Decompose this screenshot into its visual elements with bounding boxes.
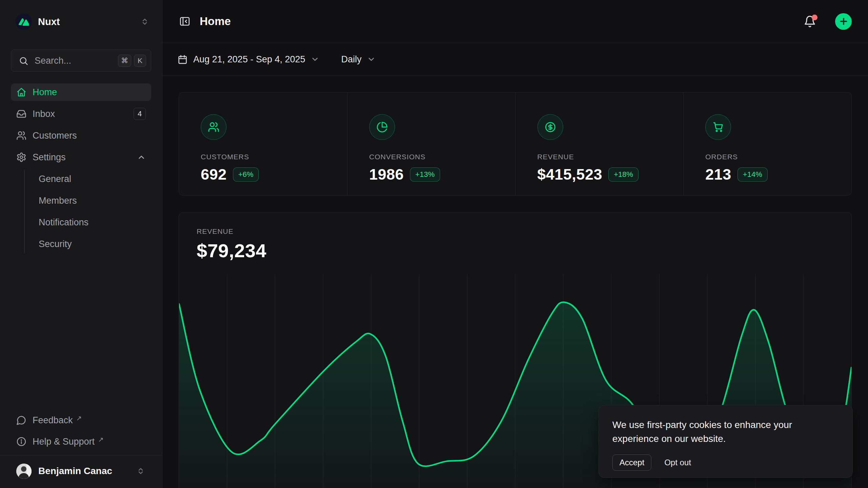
date-range-picker[interactable]: Aug 21, 2025 - Sep 4, 2025 xyxy=(177,54,319,65)
stat-conversions[interactable]: CONVERSIONS 1986 +13% xyxy=(347,93,515,195)
sidebar-nav: Home Inbox 4 Customers xyxy=(11,83,151,253)
chevron-down-icon xyxy=(367,55,376,64)
date-range-label: Aug 21, 2025 - Sep 4, 2025 xyxy=(193,54,305,65)
calendar-icon xyxy=(177,54,188,65)
workspace-switcher[interactable]: Nuxt xyxy=(0,0,162,30)
stat-label: ORDERS xyxy=(705,153,851,161)
sidebar-spacer xyxy=(0,253,162,411)
stat-label: REVENUE xyxy=(537,153,684,161)
stats-summary-card: CUSTOMERS 692 +6% CONVERSIONS 1986 +13% xyxy=(179,92,852,196)
sidebar-item-label: Members xyxy=(39,196,77,206)
workspace-name: Nuxt xyxy=(38,16,134,27)
customers-icon xyxy=(16,130,26,141)
cookie-banner: We use first-party cookies to enhance yo… xyxy=(598,405,853,478)
inbox-count-badge: 4 xyxy=(134,108,146,120)
info-circle-icon xyxy=(16,436,26,447)
home-icon xyxy=(16,87,26,97)
settings-gear-icon xyxy=(16,152,26,162)
external-link-icon: ↗ xyxy=(98,435,104,444)
kbd-cmd: ⌘ xyxy=(118,55,131,67)
stat-value: 692 xyxy=(201,166,227,183)
chevron-up-icon xyxy=(137,153,146,162)
page-title: Home xyxy=(200,15,795,28)
avatar xyxy=(16,464,32,479)
sidebar-item-members[interactable]: Members xyxy=(36,192,151,209)
dollar-circle-icon xyxy=(537,114,563,140)
search-input[interactable]: Search... ⌘ K xyxy=(11,49,151,72)
sidebar-item-label: Home xyxy=(33,87,146,98)
users-icon xyxy=(201,114,226,140)
sidebar-item-inbox[interactable]: Inbox 4 xyxy=(11,105,151,123)
stat-revenue[interactable]: REVENUE $415,523 +18% xyxy=(515,93,684,195)
panel-left-icon xyxy=(179,15,191,27)
shopping-cart-icon xyxy=(705,114,731,140)
filter-toolbar: Aug 21, 2025 - Sep 4, 2025 Daily xyxy=(162,43,868,76)
stat-value: 213 xyxy=(705,166,731,183)
chevron-down-icon xyxy=(311,55,319,64)
stat-delta-badge: +14% xyxy=(737,167,768,182)
sidebar-footer-links: Feedback ↗ Help & Support ↗ xyxy=(0,411,162,455)
feedback-chat-icon xyxy=(16,415,26,425)
feedback-link[interactable]: Feedback ↗ xyxy=(11,411,151,429)
chevrons-up-down-icon xyxy=(136,466,146,476)
sidebar-item-notifications[interactable]: Notifications xyxy=(36,214,151,231)
add-button[interactable] xyxy=(835,13,852,30)
cookie-optout-button[interactable]: Opt out xyxy=(664,458,691,467)
nuxt-logo-glyph xyxy=(19,17,29,27)
search-shortcut: ⌘ K xyxy=(118,55,146,67)
inbox-icon xyxy=(16,109,26,119)
plus-icon xyxy=(839,16,849,26)
notification-dot xyxy=(812,15,817,20)
sidebar-user-section: Benjamin Canac xyxy=(0,455,162,488)
stat-customers[interactable]: CUSTOMERS 692 +6% xyxy=(179,93,347,195)
revenue-chart-value: $79,234 xyxy=(197,240,851,262)
search-icon xyxy=(19,56,28,66)
stat-label: CONVERSIONS xyxy=(369,153,515,161)
collapse-sidebar-button[interactable] xyxy=(179,15,191,27)
sidebar-item-customers[interactable]: Customers xyxy=(11,127,151,144)
sidebar-item-settings[interactable]: Settings xyxy=(11,148,151,166)
stat-label: CUSTOMERS xyxy=(201,153,347,161)
sidebar-item-label: Notifications xyxy=(39,217,88,228)
sidebar-item-label: General xyxy=(39,174,71,184)
chevrons-up-down-icon[interactable] xyxy=(140,17,150,27)
nuxt-logo xyxy=(16,14,32,30)
cookie-accept-button[interactable]: Accept xyxy=(612,454,651,471)
stat-delta-badge: +13% xyxy=(410,167,440,182)
user-menu[interactable]: Benjamin Canac xyxy=(11,462,151,481)
pie-chart-icon xyxy=(369,114,395,140)
stat-delta-badge: +6% xyxy=(233,167,259,182)
cookie-message: We use first-party cookies to enhance yo… xyxy=(612,418,823,446)
sidebar: Nuxt Search... ⌘ K Home xyxy=(0,0,162,488)
kbd-k: K xyxy=(134,55,146,67)
external-link-icon: ↗ xyxy=(76,414,82,422)
sidebar-item-general[interactable]: General xyxy=(36,170,151,188)
sidebar-item-label: Customers xyxy=(33,130,146,141)
stat-value: 1986 xyxy=(369,166,404,183)
sidebar-item-home[interactable]: Home xyxy=(11,83,151,101)
revenue-chart-label: REVENUE xyxy=(197,227,851,236)
sidebar-item-label: Security xyxy=(39,239,72,249)
user-name: Benjamin Canac xyxy=(38,466,129,476)
granularity-label: Daily xyxy=(341,54,361,65)
stat-delta-badge: +18% xyxy=(608,167,638,182)
stat-value: $415,523 xyxy=(537,166,603,183)
help-support-link[interactable]: Help & Support ↗ xyxy=(11,433,151,450)
search-placeholder: Search... xyxy=(35,56,112,66)
sidebar-item-label: Inbox xyxy=(33,109,127,119)
stat-orders[interactable]: ORDERS 213 +14% xyxy=(683,93,851,195)
notifications-button[interactable] xyxy=(804,15,816,28)
settings-subnav: General Members Notifications Security xyxy=(24,170,151,253)
page-header: Home xyxy=(162,0,868,43)
help-support-label: Help & Support xyxy=(33,436,95,447)
sidebar-item-label: Settings xyxy=(33,152,131,163)
sidebar-item-security[interactable]: Security xyxy=(36,235,151,253)
feedback-label: Feedback xyxy=(33,415,73,426)
granularity-select[interactable]: Daily xyxy=(341,54,376,65)
